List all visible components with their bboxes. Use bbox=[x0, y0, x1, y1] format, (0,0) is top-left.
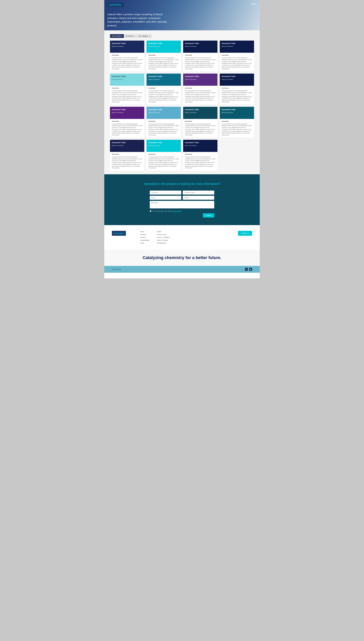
footer-tagline-section: Catalyzing chemistry for a better future… bbox=[104, 250, 260, 266]
privacy-row: I've read, and agree with, Catexel's Pri… bbox=[150, 210, 214, 212]
product-card[interactable]: Peractive® TAED Bleach Activators Overvi… bbox=[110, 140, 144, 170]
linkedin-icon[interactable]: in bbox=[245, 268, 248, 271]
product-card[interactable]: Peractive® TAED Bleach Activators Overvi… bbox=[110, 40, 144, 71]
footer-nav-link[interactable]: Imprint bbox=[157, 231, 170, 232]
overview-label: Overview: bbox=[112, 154, 142, 155]
product-card-body: Overview: Consequa quolfam nincunt inlic… bbox=[220, 53, 254, 71]
footer-nav-link[interactable]: Careers bbox=[140, 236, 149, 238]
product-card[interactable]: Peractive® TAED Bleach Activators Overvi… bbox=[220, 40, 254, 71]
contact-title: Interested in the product or looking for… bbox=[110, 182, 254, 186]
submit-button[interactable]: Submit bbox=[203, 213, 214, 218]
products-section: Our Products By Market▼ By Category▼ Per… bbox=[104, 30, 260, 174]
chevron-down-icon: ▼ bbox=[134, 36, 135, 37]
product-card[interactable]: Peractive® TAED Bleach Activators Overvi… bbox=[146, 40, 181, 71]
product-card[interactable]: Peractive® TAED Bleach Activators Overvi… bbox=[183, 40, 218, 71]
product-category: Bleach Activators bbox=[185, 112, 216, 114]
product-category: Bleach Activators bbox=[112, 112, 142, 114]
footer-nav-link[interactable]: Terms & Conditions bbox=[157, 236, 170, 238]
footer-logo: CATEXEL bbox=[112, 231, 126, 236]
product-category: Bleach Activators bbox=[185, 46, 216, 47]
overview-label: Overview: bbox=[112, 120, 142, 122]
footer-nav-link[interactable]: Sustainability bbox=[140, 239, 149, 241]
product-category: Bleach Activators bbox=[112, 78, 142, 80]
product-card[interactable]: Peractive® TAED Bleach Activators Overvi… bbox=[183, 74, 218, 104]
product-card[interactable]: Peractive® TAED Bleach Activators Overvi… bbox=[110, 74, 144, 104]
product-category: Bleach Activators bbox=[185, 78, 216, 80]
product-card-body: Overview: Consequa quolfam nincunt inlic… bbox=[220, 86, 254, 104]
message-textarea[interactable] bbox=[150, 201, 214, 208]
filter-our-products[interactable]: Our Products bbox=[110, 34, 124, 38]
overview-label: Overview: bbox=[222, 87, 252, 89]
footer-contact-button[interactable]: Contact us bbox=[238, 231, 252, 236]
privacy-label: I've read, and agree with, Catexel's Pri… bbox=[152, 210, 182, 212]
company-name-input[interactable] bbox=[183, 190, 214, 194]
product-card-body: Overview: Consequa quolfam nincunt inlic… bbox=[146, 86, 181, 104]
footer-nav-link[interactable]: Code of Conduct bbox=[157, 239, 170, 241]
page-wrapper: CATEXEL Menu Catexel offers a product ra… bbox=[104, 0, 260, 278]
product-card[interactable]: Peractive® TAED Bleach Activators Overvi… bbox=[220, 74, 254, 104]
product-card-body: Overview: Consequa quolfam nincunt inlic… bbox=[183, 53, 218, 71]
product-name: Peractive® TAED bbox=[148, 42, 179, 44]
form-submit-row: Submit bbox=[150, 213, 214, 218]
form-row-1 bbox=[150, 190, 214, 194]
product-name: Peractive® TAED bbox=[112, 109, 142, 110]
product-card-body: Overview: Consequa quolfam nincunt inlic… bbox=[183, 119, 218, 138]
footer-nav-link[interactable]: About bbox=[140, 231, 149, 232]
product-card-body: Overview: Consequa quolfam nincunt inlic… bbox=[220, 119, 254, 138]
footer-white-band bbox=[104, 273, 260, 278]
product-card-body: Overview: Consequa quolfam nincunt inlic… bbox=[146, 53, 181, 71]
filter-by-category-dropdown[interactable]: By Category▼ bbox=[137, 34, 152, 38]
header-logo: CATEXEL bbox=[107, 2, 124, 7]
footer-tagline: Catalyzing chemistry for a better future… bbox=[112, 255, 252, 260]
product-name: Peractive® TAED bbox=[185, 42, 216, 44]
product-category: Bleach Activators bbox=[222, 112, 252, 114]
footer-bottom: © Catexel 2023 in ▶ bbox=[104, 266, 260, 273]
youtube-icon[interactable]: ▶ bbox=[249, 268, 252, 271]
contact-section: Interested in the product or looking for… bbox=[104, 174, 260, 225]
product-card[interactable]: Peractive® TAED Bleach Activators Overvi… bbox=[220, 107, 254, 138]
filter-bar: Our Products By Market▼ By Category▼ bbox=[110, 34, 254, 38]
overview-text: Consequa quolfam nincunt inlicibo quiaep… bbox=[185, 156, 216, 169]
product-card-body: Overview: Consequa quolfam nincunt inlic… bbox=[183, 152, 218, 170]
footer-nav-link[interactable]: Products bbox=[140, 234, 149, 235]
email-input[interactable] bbox=[150, 196, 181, 200]
product-card[interactable]: Peractive® TAED Bleach Activators Overvi… bbox=[183, 140, 218, 170]
footer-nav-link[interactable]: Privacy Policy bbox=[157, 234, 170, 235]
footer-nav-link[interactable]: Whistleblower bbox=[157, 242, 170, 244]
overview-text: Consequa quolfam nincunt inlicibo quiaep… bbox=[148, 123, 179, 136]
product-category: Bleach Activators bbox=[148, 46, 179, 47]
product-card[interactable]: Peractive® TAED Bleach Activators Overvi… bbox=[183, 107, 218, 138]
logo-text: CATEXEL bbox=[109, 4, 122, 6]
product-category: Bleach Activators bbox=[185, 145, 216, 146]
filter-by-market-dropdown[interactable]: By Market▼ bbox=[124, 34, 137, 38]
overview-text: Consequa quolfam nincunt inlicibo quiaep… bbox=[148, 156, 179, 169]
overview-text: Consequa quolfam nincunt inlicibo quiaep… bbox=[112, 90, 142, 103]
overview-text: Consequa quolfam nincunt inlicibo quiaep… bbox=[148, 90, 179, 103]
product-card[interactable]: Peractive® TAED Bleach Activators Overvi… bbox=[110, 107, 144, 138]
privacy-policy-link[interactable]: Privacy Policy bbox=[173, 210, 182, 212]
overview-text: Consequa quolfam nincunt inlicibo quiaep… bbox=[112, 57, 142, 70]
contact-form: I've read, and agree with, Catexel's Pri… bbox=[150, 190, 214, 218]
footer-nav-cols: AboutProductsCareersSustainabilityNews I… bbox=[140, 231, 232, 244]
product-name: Peractive® TAED bbox=[222, 42, 252, 44]
footer-logo-area: CATEXEL bbox=[112, 231, 134, 238]
overview-label: Overview: bbox=[185, 120, 216, 122]
footer-nav-link[interactable]: News bbox=[140, 242, 149, 244]
product-card-body: Overview: Consequa quolfam nincunt inlic… bbox=[146, 119, 181, 138]
product-card[interactable]: Peractive® TAED Bleach Activators Overvi… bbox=[146, 140, 181, 170]
product-name: Peractive® TAED bbox=[185, 142, 216, 144]
product-card[interactable]: Peractive® TAED Bleach Activators Overvi… bbox=[146, 74, 181, 104]
product-category: Bleach Activators bbox=[148, 112, 179, 114]
full-name-input[interactable] bbox=[150, 190, 181, 194]
overview-text: Consequa quolfam nincunt inlicibo quiaep… bbox=[148, 57, 179, 70]
overview-label: Overview: bbox=[222, 54, 252, 56]
menu-button[interactable]: Menu bbox=[252, 3, 257, 5]
product-card[interactable]: Peractive® TAED Bleach Activators Overvi… bbox=[146, 107, 181, 138]
region-input[interactable] bbox=[183, 196, 214, 200]
overview-label: Overview: bbox=[112, 87, 142, 89]
privacy-checkbox[interactable] bbox=[150, 210, 151, 212]
header-tagline: Catexel offers a product range consistin… bbox=[107, 12, 168, 27]
product-name: Peractive® TAED bbox=[148, 142, 179, 144]
products-grid: Peractive® TAED Bleach Activators Overvi… bbox=[110, 40, 254, 170]
product-name: Peractive® TAED bbox=[222, 109, 252, 110]
